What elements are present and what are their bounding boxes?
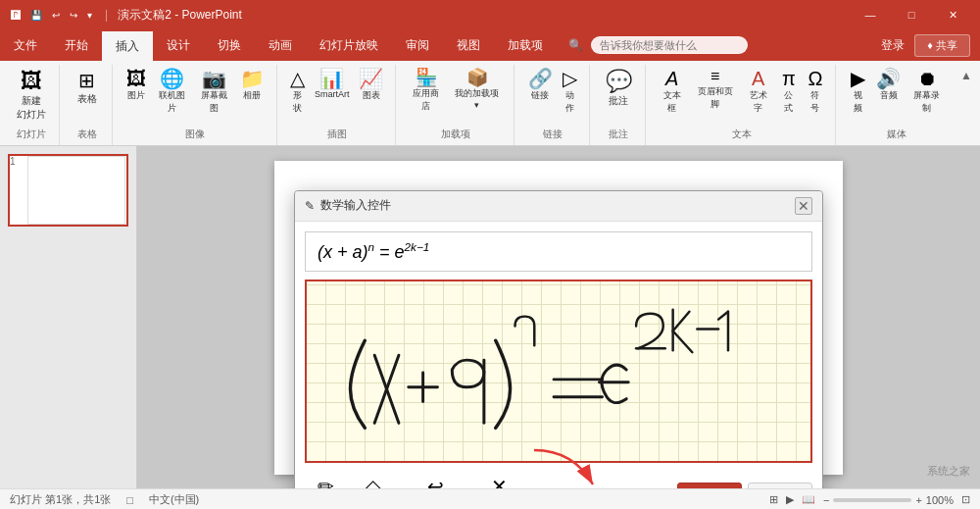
select-correct-tool-icon: ↩	[427, 475, 444, 489]
new-slide-button[interactable]: 🖼 新建幻灯片	[11, 67, 52, 126]
handwriting-area[interactable]	[305, 280, 812, 463]
reading-view-button[interactable]: 📖	[802, 493, 815, 506]
zoom-in-button[interactable]: +	[915, 494, 921, 506]
chart-button[interactable]: 📈 图表	[355, 67, 387, 104]
share-button[interactable]: ♦ 共享	[914, 34, 970, 57]
ribbon-group-image-items: 🖼 图片 🌐 联机图片 📷 屏幕截图 📁 相册	[122, 67, 269, 127]
textbox-label: 文本框	[660, 89, 685, 115]
select-correct-tool-button[interactable]: ↩ 选择和更正	[399, 471, 472, 489]
tab-addins[interactable]: 加载项	[494, 29, 557, 61]
header-footer-button[interactable]: ≡ 页眉和页脚	[690, 67, 740, 113]
new-slide-label: 新建幻灯片	[17, 94, 46, 122]
picture-button[interactable]: 🖼 图片	[122, 67, 150, 104]
write-tool-button[interactable]: ✏ 写入	[305, 471, 346, 489]
album-label: 相册	[243, 89, 261, 102]
clear-tool-button[interactable]: ✕ 清除	[478, 471, 519, 489]
formula-display: (x + a)n = e2k−1	[305, 231, 812, 272]
table-button[interactable]: ⊞ 表格	[70, 67, 105, 110]
shapes-icon: △	[290, 69, 305, 88]
ribbon-group-slides: 🖼 新建幻灯片 幻灯片	[4, 65, 60, 145]
slide-thumb-inner-1	[27, 156, 125, 225]
ribbon-group-image: 🖼 图片 🌐 联机图片 📷 屏幕截图 📁 相册 图像	[115, 65, 277, 145]
tab-review[interactable]: 审阅	[392, 29, 443, 61]
cancel-button[interactable]: 取消	[748, 483, 812, 489]
online-picture-icon: 🌐	[160, 69, 184, 88]
search-input[interactable]	[591, 36, 748, 54]
ribbon-content: 🖼 新建幻灯片 幻灯片 ⊞ 表格 表格 🖼 图片	[0, 61, 980, 145]
picture-icon: 🖼	[126, 69, 146, 88]
formula-button[interactable]: π 公式	[776, 67, 801, 117]
screenshot-button[interactable]: 📷 屏幕截图	[194, 67, 234, 117]
textbox-button[interactable]: A 文本框	[656, 67, 689, 117]
comment-button[interactable]: 💬 批注	[600, 67, 638, 112]
slides-panel: 1	[0, 146, 137, 488]
zoom-out-button[interactable]: −	[823, 494, 829, 506]
video-button[interactable]: ▶ 视频	[846, 67, 870, 117]
tab-view[interactable]: 视图	[443, 29, 494, 61]
zoom-level: 100%	[926, 494, 954, 506]
chart-icon: 📈	[359, 69, 383, 88]
erase-tool-button[interactable]: ◇ 擦除	[352, 471, 393, 489]
video-icon: ▶	[851, 69, 865, 88]
tab-design[interactable]: 设计	[153, 29, 204, 61]
symbol-button[interactable]: Ω 符号	[803, 67, 827, 117]
screen-record-button[interactable]: ⏺ 屏幕录制	[906, 67, 947, 117]
link-button[interactable]: 🔗 链接	[524, 67, 557, 104]
undo-icon[interactable]: ↩	[49, 8, 63, 23]
dialog-title-icon: ✎	[305, 199, 315, 213]
status-right: ⊞ ▶ 📖 − + 100% ⊡	[769, 493, 970, 506]
fit-slide-button[interactable]: ⊡	[961, 493, 970, 506]
ribbon-group-link: 🔗 链接 ▷ 动作 链接	[516, 65, 591, 145]
wordart-button[interactable]: A 艺术字	[742, 67, 775, 117]
minimize-button[interactable]: —	[851, 0, 890, 29]
zoom-slider[interactable]	[833, 498, 911, 502]
appstore-button[interactable]: 🏪 应用商店	[406, 67, 447, 115]
shapes-button[interactable]: △ 形状	[286, 67, 309, 117]
screenshot-icon: 📷	[202, 69, 226, 88]
myaddins-icon: 📦	[466, 69, 488, 86]
audio-button[interactable]: 🔊 音频	[872, 67, 905, 104]
tab-transition[interactable]: 切换	[204, 29, 255, 61]
action-button[interactable]: ▷ 动作	[559, 67, 582, 117]
tab-insert[interactable]: 插入	[102, 29, 153, 61]
dialog-title: ✎ 数学输入控件	[305, 197, 391, 214]
dialog-title-text: 数学输入控件	[320, 197, 391, 214]
tab-animation[interactable]: 动画	[255, 29, 306, 61]
clear-tool-icon: ✕	[491, 475, 508, 489]
dialog-close-button[interactable]: ✕	[795, 197, 812, 215]
online-picture-button[interactable]: 🌐 联机图片	[152, 67, 192, 117]
close-button[interactable]: ✕	[933, 0, 972, 29]
handwriting-svg	[307, 281, 810, 458]
tab-slideshow[interactable]: 幻灯片放映	[306, 29, 392, 61]
ribbon-group-text-items: A 文本框 ≡ 页眉和页脚 A 艺术字 π 公式 Ω 符号	[656, 67, 828, 127]
language-indicator: 中文(中国)	[149, 492, 199, 507]
smartart-button[interactable]: 📊 SmartArt	[311, 67, 354, 101]
slideshow-view-button[interactable]: ▶	[786, 493, 794, 506]
insert-button[interactable]: 插入	[677, 483, 742, 489]
comment-label: 批注	[609, 94, 628, 108]
ribbon-group-addins: 🏪 应用商店 📦 我的加载项 ▾ 加载项	[398, 65, 514, 145]
login-button[interactable]: 登录	[881, 37, 905, 54]
comment-icon: 💬	[606, 71, 632, 92]
myaddins-label: 我的加载项 ▾	[453, 87, 502, 110]
slide-thumbnail-1[interactable]: 1	[8, 154, 128, 227]
album-button[interactable]: 📁 相册	[236, 67, 269, 104]
dropdown-icon[interactable]: ▾	[84, 8, 95, 23]
erase-tool-icon: ◇	[366, 475, 380, 489]
dialog-toolbar: ✏ 写入 ◇ 擦除 ↩ 选择和更正	[305, 471, 812, 489]
ribbon-collapse[interactable]: ▲	[956, 65, 976, 145]
tab-file[interactable]: 文件	[0, 29, 51, 61]
redo-icon[interactable]: ↪	[67, 8, 80, 23]
myaddins-button[interactable]: 📦 我的加载项 ▾	[449, 67, 506, 112]
normal-view-button[interactable]: ⊞	[769, 493, 778, 506]
ribbon-group-illustration-label: 插图	[327, 127, 347, 143]
save-icon[interactable]: 💾	[27, 8, 45, 23]
tab-start[interactable]: 开始	[51, 29, 102, 61]
chart-label: 图表	[363, 89, 380, 102]
header-footer-icon: ≡	[710, 69, 719, 84]
zoom-control: − + 100%	[823, 494, 954, 506]
link-icon: 🔗	[528, 69, 553, 88]
math-input-dialog: ✎ 数学输入控件 ✕ (x + a)n = e2k−1	[294, 190, 823, 489]
maximize-button[interactable]: □	[892, 0, 931, 29]
symbol-label: 符号	[807, 89, 823, 115]
